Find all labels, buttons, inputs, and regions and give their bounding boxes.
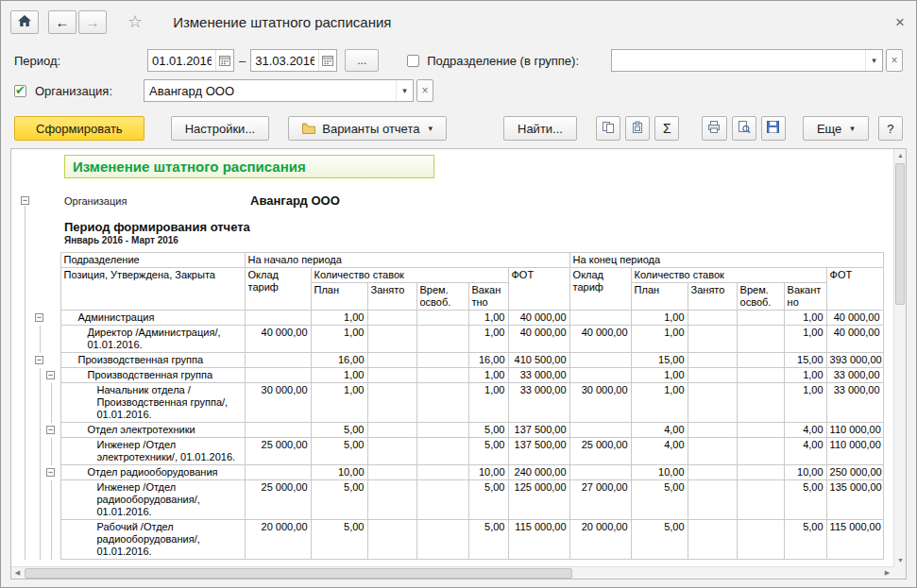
value-cell: 33 000,00 <box>826 383 883 423</box>
horizontal-scrollbar[interactable]: ◀ ▶ <box>11 566 893 579</box>
row-label-cell: Администрация <box>60 311 245 326</box>
value-cell: 25 000,00 <box>245 438 311 465</box>
value-cell <box>737 465 784 480</box>
department-label: Подразделение (в группе): <box>427 54 579 68</box>
home-button[interactable] <box>10 10 39 34</box>
chevron-down-icon[interactable]: ▾ <box>396 80 413 101</box>
value-cell <box>245 423 311 438</box>
close-icon[interactable]: × <box>895 14 905 30</box>
vertical-scroll-thumb[interactable] <box>895 163 905 305</box>
tree-line <box>25 465 25 480</box>
header-begin-period: На начало периода <box>245 253 569 268</box>
header-department: Подразделение <box>60 253 245 268</box>
period-more-button[interactable]: ... <box>345 49 379 72</box>
organization-checkbox[interactable]: ✔ <box>14 85 26 97</box>
printer-icon <box>707 121 721 136</box>
value-cell: 5,00 <box>631 480 688 520</box>
value-cell: 5,00 <box>784 520 826 560</box>
forward-button[interactable]: → <box>78 10 107 34</box>
value-cell <box>367 480 416 520</box>
tree-line <box>40 480 41 520</box>
vertical-scrollbar[interactable]: ▲ ▼ <box>893 149 906 566</box>
row-label-cell: Инженер /Отдел радиооборудования/, 01.01… <box>60 480 245 520</box>
tree-line <box>40 465 41 480</box>
organization-clear-button[interactable]: × <box>416 79 433 102</box>
more-button[interactable]: Еще ▾ <box>803 116 869 141</box>
calendar-icon[interactable] <box>215 50 233 71</box>
value-cell: 1,00 <box>468 326 508 353</box>
department-checkbox[interactable] <box>407 55 419 67</box>
collapse-group-icon[interactable]: − <box>35 356 43 364</box>
scroll-left-icon[interactable]: ◀ <box>11 567 24 580</box>
save-button[interactable] <box>761 116 786 141</box>
tree-line <box>40 520 41 560</box>
generate-button[interactable]: Сформировать <box>14 116 144 141</box>
sum-button[interactable]: Σ <box>654 116 679 141</box>
collapse-group-icon[interactable]: − <box>35 313 43 322</box>
scroll-right-icon[interactable]: ▶ <box>881 567 893 580</box>
value-cell <box>416 465 468 480</box>
chevron-down-icon[interactable]: ▾ <box>865 50 882 71</box>
value-cell <box>367 465 416 480</box>
value-cell <box>737 520 784 560</box>
value-cell <box>688 326 737 353</box>
value-cell <box>688 438 737 465</box>
clipboard-paste-button[interactable] <box>625 116 650 141</box>
favorite-star-icon[interactable]: ☆ <box>127 11 143 32</box>
value-cell <box>737 326 784 353</box>
collapse-group-icon[interactable]: − <box>21 196 29 205</box>
header-plan: План <box>631 283 688 311</box>
collapse-group-icon[interactable]: − <box>46 426 55 434</box>
tree-margin-cell: − <box>11 465 60 480</box>
value-cell: 5,00 <box>311 520 367 560</box>
back-icon: ← <box>56 14 70 30</box>
chevron-down-icon: ▾ <box>850 124 855 133</box>
department-combo[interactable]: ▾ <box>611 49 883 72</box>
value-cell: 40 000,00 <box>508 326 569 353</box>
value-cell: 33 000,00 <box>826 368 883 383</box>
settings-button[interactable]: Настройки... <box>171 116 270 141</box>
header-end-period: На конец периода <box>569 253 883 268</box>
forward-icon: → <box>86 14 100 30</box>
value-cell: 1,00 <box>311 311 367 326</box>
period-from-input[interactable] <box>148 54 215 68</box>
tree-line <box>25 480 25 520</box>
value-cell: 115 000,00 <box>508 520 569 560</box>
report-variants-icon <box>302 123 315 134</box>
value-cell: 1,00 <box>311 383 367 423</box>
report-variants-button[interactable]: Варианты отчета ▾ <box>288 116 447 141</box>
header-vacant: Вакантно <box>468 283 508 311</box>
calendar-icon[interactable] <box>318 50 336 71</box>
organization-row: ✔ Организация: Авангард ООО ▾ × <box>14 78 903 103</box>
value-cell: 4,00 <box>631 423 688 438</box>
help-button[interactable]: ? <box>878 116 903 141</box>
scroll-up-icon[interactable]: ▲ <box>894 149 907 161</box>
print-button[interactable] <box>702 116 726 141</box>
clipboard-copy-button[interactable] <box>596 116 620 141</box>
print-preview-button[interactable] <box>732 116 756 141</box>
value-cell: 1,00 <box>468 383 508 423</box>
value-cell: 1,00 <box>631 326 688 353</box>
back-button[interactable]: ← <box>48 10 76 34</box>
scroll-down-icon[interactable]: ▼ <box>894 554 907 566</box>
period-from-field <box>147 49 234 72</box>
value-cell <box>245 465 311 480</box>
value-cell <box>367 311 416 326</box>
horizontal-scroll-thumb[interactable] <box>25 568 572 579</box>
find-button[interactable]: Найти... <box>503 116 577 141</box>
value-cell: 10,00 <box>311 465 367 480</box>
department-clear-button[interactable]: × <box>886 49 903 72</box>
tree-line <box>25 353 25 368</box>
organization-combo[interactable]: Авангард ООО ▾ <box>144 79 414 102</box>
tree-line <box>40 383 41 423</box>
collapse-group-icon[interactable]: − <box>46 371 55 379</box>
value-cell <box>416 368 468 383</box>
header-busy: Занято <box>367 283 416 311</box>
report-period-range: Январь 2016 - Март 2016 <box>64 235 906 245</box>
value-cell: 40 000,00 <box>569 326 631 353</box>
period-to-input[interactable] <box>251 54 318 68</box>
value-cell: 125 000,00 <box>508 480 569 520</box>
collapse-group-icon[interactable]: − <box>46 468 55 477</box>
value-cell: 135 000,00 <box>826 480 883 520</box>
value-cell <box>367 423 416 438</box>
